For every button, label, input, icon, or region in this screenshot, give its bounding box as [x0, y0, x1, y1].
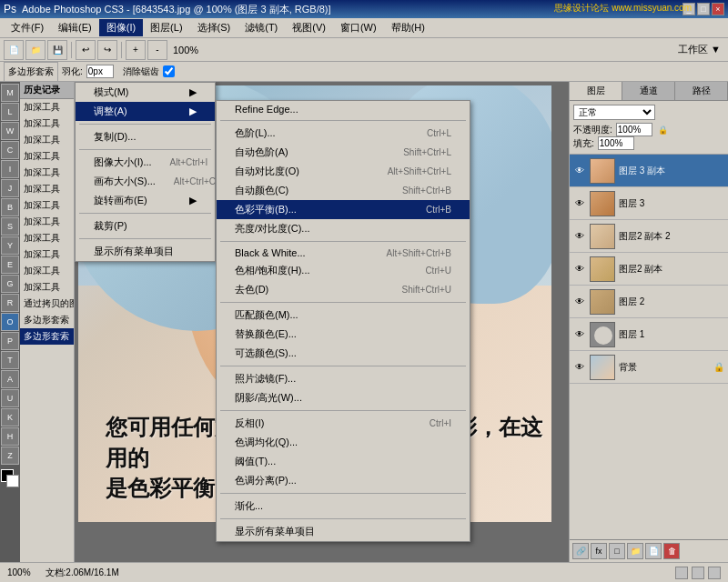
- history-item-8[interactable]: 加深工具: [20, 214, 74, 230]
- add-mask-btn[interactable]: □: [609, 543, 625, 559]
- layer-item-bg[interactable]: 👁 背景 🔒: [570, 351, 728, 384]
- adjust-match-color[interactable]: 匹配颜色(M)...: [217, 306, 470, 325]
- adjust-selective-color[interactable]: 可选颜色(S)...: [217, 344, 470, 363]
- tool-blur[interactable]: R: [1, 294, 19, 312]
- history-item-2[interactable]: 加深工具: [20, 115, 74, 132]
- adjust-levels[interactable]: 色阶(L)...Ctrl+L: [217, 124, 470, 143]
- layer-item-4[interactable]: 👁 图层2 副本: [570, 253, 728, 286]
- menu-layer[interactable]: 图层(L): [143, 19, 189, 36]
- menu-image[interactable]: 图像(I): [99, 19, 143, 36]
- status-icon-1[interactable]: [675, 567, 688, 579]
- history-item-10[interactable]: 加深工具: [20, 246, 74, 263]
- menu-edit[interactable]: 编辑(E): [51, 19, 99, 36]
- tool-zoom[interactable]: Z: [1, 447, 19, 465]
- new-group-btn[interactable]: 📁: [627, 543, 643, 559]
- delete-layer-btn[interactable]: 🗑: [663, 543, 680, 559]
- status-icon-2[interactable]: [692, 567, 704, 579]
- history-item-1[interactable]: 加深工具: [20, 99, 74, 115]
- history-item-11[interactable]: 加深工具: [20, 263, 74, 279]
- adjust-refine-edge[interactable]: Refine Edge...: [217, 101, 470, 117]
- tool-history-brush[interactable]: Y: [1, 236, 19, 255]
- history-item-4[interactable]: 加深工具: [20, 148, 74, 165]
- adjust-auto-contrast[interactable]: 自动对比度(O)Alt+Shift+Ctrl+L: [217, 162, 470, 181]
- fill-input[interactable]: [598, 136, 634, 150]
- history-item-15[interactable]: 多边形套索: [20, 328, 74, 345]
- adjust-invert[interactable]: 反相(I)Ctrl+I: [217, 414, 470, 433]
- tool-gradient[interactable]: G: [1, 275, 19, 293]
- adjust-submenu[interactable]: Refine Edge... 色阶(L)...Ctrl+L 自动色阶(A)Shi…: [216, 100, 470, 542]
- layer-item-1[interactable]: 👁 图层 3 副本: [570, 155, 728, 187]
- adjust-bw[interactable]: Black & White...Alt+Shift+Ctrl+B: [217, 245, 470, 261]
- tab-layers[interactable]: 图层: [570, 82, 622, 100]
- tool-pen[interactable]: P: [1, 332, 19, 350]
- status-icon-3[interactable]: [708, 567, 721, 579]
- adjust-auto-color[interactable]: 自动颜色(C)Shift+Ctrl+B: [217, 181, 470, 200]
- history-item-13[interactable]: 通过拷贝的图层: [20, 296, 74, 312]
- adjust-show-all[interactable]: 显示所有菜单项目: [217, 522, 470, 541]
- tool-magic-wand[interactable]: W: [1, 122, 19, 140]
- menu-mode[interactable]: 模式(M)▶: [76, 83, 215, 102]
- menu-show-all[interactable]: 显示所有菜单项目: [76, 242, 215, 261]
- blend-mode-select[interactable]: 正常: [573, 105, 655, 120]
- layer-item-3[interactable]: 👁 图层2 副本 2: [570, 220, 728, 253]
- adjust-photo-filter[interactable]: 照片滤镜(F)...: [217, 369, 470, 388]
- aa-checkbox[interactable]: [163, 65, 175, 77]
- history-item-9[interactable]: 加深工具: [20, 230, 74, 246]
- tool-clone[interactable]: S: [1, 217, 19, 236]
- history-item-5[interactable]: 加深工具: [20, 165, 74, 181]
- tool-eraser[interactable]: E: [1, 256, 19, 274]
- layer-eye-bg[interactable]: 👁: [573, 361, 586, 374]
- history-item-3[interactable]: 加深工具: [20, 132, 74, 148]
- layer-item-6[interactable]: 👁 图层 1: [570, 318, 728, 351]
- adjust-desaturate[interactable]: 去色(D)Shift+Ctrl+U: [217, 280, 470, 299]
- adjust-color-balance[interactable]: 色彩平衡(B)...Ctrl+B: [217, 200, 470, 219]
- tool-lasso[interactable]: L: [1, 103, 19, 121]
- menu-filter[interactable]: 滤镜(T): [238, 19, 285, 36]
- adjust-brightness[interactable]: 亮度/对比度(C)...: [217, 219, 470, 238]
- open-button[interactable]: 📁: [25, 40, 46, 60]
- zoom-out-button[interactable]: -: [147, 40, 167, 60]
- feather-input[interactable]: [86, 65, 114, 78]
- tool-path-select[interactable]: A: [1, 370, 19, 388]
- redo-button[interactable]: ↪: [97, 40, 117, 60]
- adjust-shadow-highlight[interactable]: 阴影/高光(W)...: [217, 388, 470, 407]
- layer-eye-3[interactable]: 👁: [573, 230, 586, 243]
- menu-image-size[interactable]: 图像大小(I)...Alt+Ctrl+I: [76, 153, 215, 172]
- tool-burn[interactable]: O: [1, 313, 19, 331]
- adjust-hsl[interactable]: 色相/饱和度(H)...Ctrl+U: [217, 261, 470, 280]
- new-button[interactable]: 📄: [4, 40, 24, 60]
- tool-3d[interactable]: K: [1, 408, 19, 426]
- close-button[interactable]: ×: [712, 3, 724, 15]
- tab-paths[interactable]: 路径: [675, 82, 728, 100]
- layer-eye-5[interactable]: 👁: [573, 296, 586, 308]
- layer-eye-4[interactable]: 👁: [573, 263, 586, 276]
- menu-rotate[interactable]: 旋转画布(E)▶: [76, 191, 215, 210]
- history-item-14[interactable]: 多边形套索: [20, 312, 74, 328]
- tool-type[interactable]: T: [1, 351, 19, 369]
- adjust-posterize[interactable]: 色调分离(P)...: [217, 471, 470, 490]
- tool-brush[interactable]: B: [1, 198, 19, 216]
- tool-heal[interactable]: J: [1, 179, 19, 197]
- maximize-button[interactable]: □: [697, 3, 710, 15]
- new-layer-btn[interactable]: 📄: [645, 543, 662, 559]
- layer-item-5[interactable]: 👁 图层 2: [570, 286, 728, 318]
- menu-crop[interactable]: 裁剪(P): [76, 216, 215, 236]
- tool-options-btn[interactable]: 多边形套索: [4, 62, 58, 82]
- workspace-label[interactable]: 工作区 ▼: [678, 43, 721, 56]
- history-item-7[interactable]: 加深工具: [20, 197, 74, 214]
- history-item-12[interactable]: 加深工具: [20, 279, 74, 296]
- color-swatches[interactable]: [1, 469, 19, 487]
- adjust-threshold[interactable]: 阈值(T)...: [217, 452, 470, 471]
- tab-channels[interactable]: 通道: [622, 82, 675, 100]
- menu-select[interactable]: 选择(S): [190, 19, 238, 36]
- menu-window[interactable]: 窗口(W): [333, 19, 384, 36]
- opacity-input[interactable]: [616, 123, 652, 136]
- image-dropdown-menu[interactable]: 模式(M)▶ 调整(A)▶ 复制(D)... 图像大小(I)...Alt+Ctr…: [75, 82, 216, 262]
- save-button[interactable]: 💾: [47, 40, 67, 60]
- tool-crop[interactable]: C: [1, 141, 19, 159]
- menu-view[interactable]: 视图(V): [285, 19, 333, 36]
- adjust-replace-color[interactable]: 替换颜色(E)...: [217, 325, 470, 344]
- menu-adjust[interactable]: 调整(A)▶: [76, 102, 215, 121]
- menu-file[interactable]: 文件(F): [4, 19, 51, 36]
- link-layers-btn[interactable]: 🔗: [572, 543, 589, 559]
